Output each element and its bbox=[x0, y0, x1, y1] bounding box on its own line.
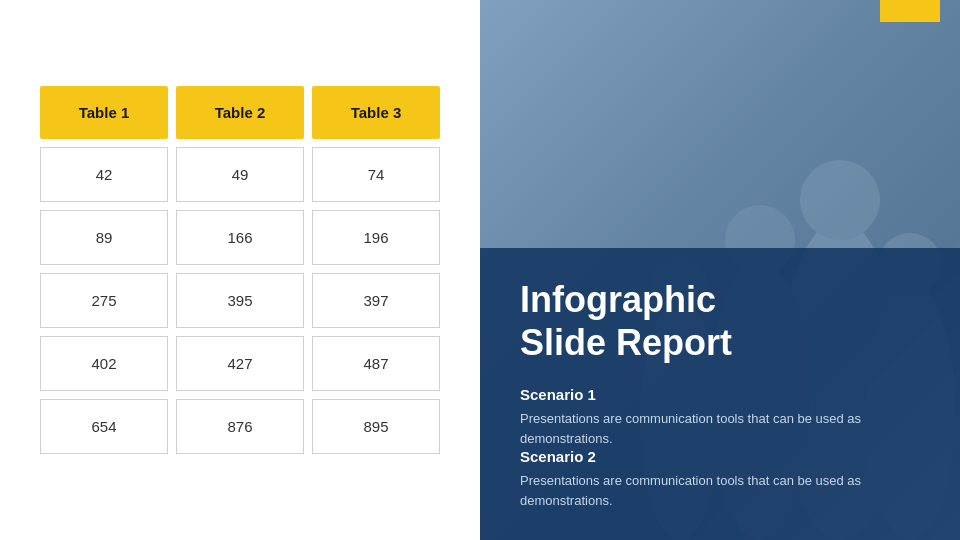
table-row: 402427487 bbox=[40, 336, 440, 391]
table-row: 654876895 bbox=[40, 399, 440, 454]
data-cell-r0-c1: 49 bbox=[176, 147, 304, 202]
table-row: 424974 bbox=[40, 147, 440, 202]
scenario-1: Scenario 1 Presentations are communicati… bbox=[520, 386, 920, 448]
header-cell-2: Table 2 bbox=[176, 86, 304, 139]
data-cell-r0-c0: 42 bbox=[40, 147, 168, 202]
data-cell-r4-c2: 895 bbox=[312, 399, 440, 454]
right-panel: Infographic Slide Report Scenario 1 Pres… bbox=[480, 0, 960, 540]
data-cell-r1-c0: 89 bbox=[40, 210, 168, 265]
scenario-2-text: Presentations are communication tools th… bbox=[520, 471, 920, 510]
slide-title: Infographic Slide Report bbox=[520, 278, 920, 364]
scenario-1-text: Presentations are communication tools th… bbox=[520, 409, 920, 448]
scenario-1-title: Scenario 1 bbox=[520, 386, 920, 403]
data-cell-r1-c1: 166 bbox=[176, 210, 304, 265]
header-cell-1: Table 1 bbox=[40, 86, 168, 139]
data-cell-r2-c0: 275 bbox=[40, 273, 168, 328]
data-cell-r3-c0: 402 bbox=[40, 336, 168, 391]
left-panel: Table 1 Table 2 Table 3 4249748916619627… bbox=[0, 0, 480, 540]
data-cell-r2-c1: 395 bbox=[176, 273, 304, 328]
table-row: 275395397 bbox=[40, 273, 440, 328]
data-cell-r4-c0: 654 bbox=[40, 399, 168, 454]
data-cell-r0-c2: 74 bbox=[312, 147, 440, 202]
svg-point-1 bbox=[800, 160, 880, 240]
data-table: Table 1 Table 2 Table 3 4249748916619627… bbox=[40, 86, 440, 454]
scenario-2: Scenario 2 Presentations are communicati… bbox=[520, 448, 920, 510]
data-cell-r2-c2: 397 bbox=[312, 273, 440, 328]
data-cell-r1-c2: 196 bbox=[312, 210, 440, 265]
yellow-accent-bar bbox=[880, 0, 940, 22]
table-header-row: Table 1 Table 2 Table 3 bbox=[40, 86, 440, 139]
data-cell-r3-c1: 427 bbox=[176, 336, 304, 391]
scenario-2-title: Scenario 2 bbox=[520, 448, 920, 465]
data-cell-r4-c1: 876 bbox=[176, 399, 304, 454]
table-body: 4249748916619627539539740242748765487689… bbox=[40, 147, 440, 454]
header-cell-3: Table 3 bbox=[312, 86, 440, 139]
table-row: 89166196 bbox=[40, 210, 440, 265]
content-overlay: Infographic Slide Report Scenario 1 Pres… bbox=[480, 248, 960, 540]
data-cell-r3-c2: 487 bbox=[312, 336, 440, 391]
